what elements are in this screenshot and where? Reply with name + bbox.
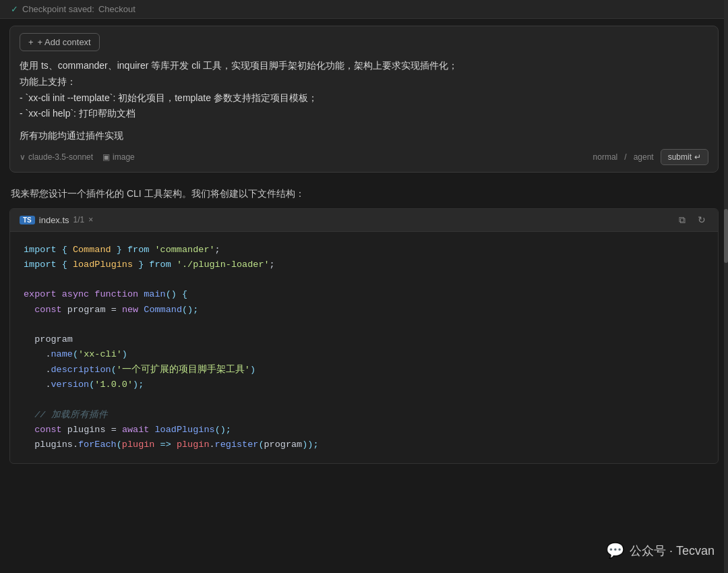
code-line-13: const plugins = await loadPlugins(); [24, 423, 704, 438]
code-line-3 [24, 272, 704, 287]
prompt-line3: - `xx-cli init --template`: 初始化项目，templa… [20, 92, 317, 103]
input-bottom-bar: ∨ claude-3.5-sonnet ▣ image normal / age… [20, 149, 708, 165]
checkpoint-text: Checkpoint saved: [22, 4, 94, 14]
code-line-8: .name('xx-cli') [24, 347, 704, 362]
code-line-11 [24, 392, 704, 407]
code-line-6 [24, 318, 704, 332]
refresh-code-button[interactable]: ↻ [695, 213, 708, 227]
submit-label: submit [668, 152, 692, 162]
code-line-5: const program = new Command(); [24, 303, 704, 318]
file-name-label: index.ts [39, 215, 69, 225]
prompt-content: 使用 ts、commander、inquirer 等库开发 cli 工具，实现项… [20, 58, 708, 122]
file-count-label: 1/1 [73, 215, 85, 224]
image-icon: ▣ [102, 152, 110, 162]
submit-icon: ↵ [694, 152, 701, 162]
add-context-plus-icon: + [28, 37, 34, 47]
code-content: import { Command } from 'commander'; imp… [10, 232, 718, 464]
code-header-right: ⧉ ↻ [676, 213, 708, 227]
watermark: 💬 公众号 · Tecvan [606, 542, 715, 560]
code-line-4: export async function main() { [24, 287, 704, 302]
code-line-14: plugins.forEach(plugin => plugin.registe… [24, 438, 704, 452]
image-label: image [113, 152, 135, 162]
prompt-line2: 功能上支持： [20, 76, 76, 87]
ts-badge: TS [20, 216, 35, 224]
mode-normal-label[interactable]: normal [593, 152, 618, 162]
code-line-12: // 加载所有插件 [24, 408, 704, 423]
input-settings-left: ∨ claude-3.5-sonnet ▣ image [20, 152, 135, 162]
prompt-all-features: 所有功能均通过插件实现 [20, 130, 708, 142]
mode-agent-label[interactable]: agent [634, 152, 654, 162]
add-context-label: + Add context [38, 37, 91, 47]
input-settings-right: normal / agent submit ↵ [593, 149, 708, 165]
checkpoint-value: Checkout [98, 4, 135, 14]
code-line-10: .version('1.0.0'); [24, 378, 704, 392]
checkpoint-bar: ✓ Checkpoint saved: Checkout [0, 0, 728, 19]
model-chevron-icon: ∨ [20, 152, 26, 162]
code-line-1: import { Command } from 'commander'; [24, 243, 704, 258]
submit-button[interactable]: submit ↵ [661, 149, 708, 165]
code-line-7: program [24, 332, 704, 347]
response-text: 我来帮您设计一个插件化的 CLI 工具架构。我们将创建以下文件结构： [0, 179, 728, 208]
watermark-text: 公众号 · Tecvan [630, 543, 715, 559]
close-file-button[interactable]: × [88, 215, 93, 224]
code-line-9: .description('一个可扩展的项目脚手架工具') [24, 363, 704, 378]
add-context-button[interactable]: + + Add context [20, 33, 100, 51]
model-selector[interactable]: ∨ claude-3.5-sonnet [20, 152, 93, 162]
code-block: TS index.ts 1/1 × ⧉ ↻ import { Command }… [9, 208, 719, 464]
code-header: TS index.ts 1/1 × ⧉ ↻ [10, 209, 718, 232]
model-name-label: claude-3.5-sonnet [28, 152, 93, 162]
scroll-thumb[interactable] [724, 209, 728, 263]
mode-separator: / [624, 152, 626, 162]
prompt-line4: - `xx-cli help`: 打印帮助文档 [20, 108, 135, 119]
prompt-line1: 使用 ts、commander、inquirer 等库开发 cli 工具，实现项… [20, 60, 458, 71]
code-line-2: import { loadPlugins } from './plugin-lo… [24, 258, 704, 272]
checkpoint-check-icon: ✓ [11, 4, 18, 14]
code-header-left: TS index.ts 1/1 × [20, 215, 93, 225]
prompt-input-area: + + Add context 使用 ts、commander、inquirer… [9, 26, 719, 173]
scrollbar[interactable] [724, 0, 728, 573]
copy-code-button[interactable]: ⧉ [676, 213, 688, 227]
image-button[interactable]: ▣ image [102, 152, 135, 162]
wechat-icon: 💬 [606, 542, 624, 560]
